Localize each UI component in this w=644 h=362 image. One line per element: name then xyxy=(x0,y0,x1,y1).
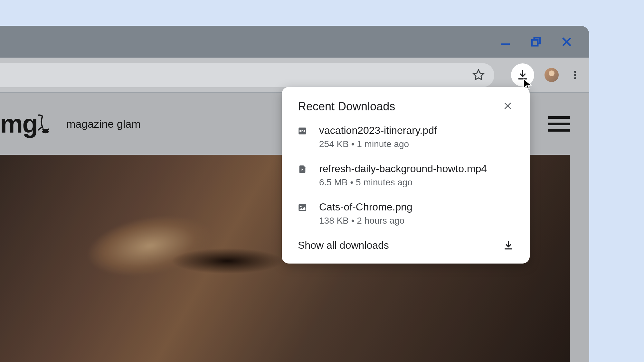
svg-text:PDF: PDF xyxy=(299,130,306,133)
svg-point-7 xyxy=(574,77,576,79)
maximize-icon xyxy=(531,37,541,47)
download-icon xyxy=(503,240,514,251)
svg-point-8 xyxy=(42,130,49,134)
show-all-label: Show all downloads xyxy=(298,239,389,251)
file-info: vacation2023-itinerary.pdf 254 KB • 1 mi… xyxy=(319,125,514,149)
svg-rect-2 xyxy=(532,40,538,46)
downloads-button[interactable] xyxy=(511,63,534,87)
close-panel-button[interactable] xyxy=(502,100,514,113)
menu-button[interactable] xyxy=(569,69,581,81)
maximize-button[interactable] xyxy=(530,35,543,48)
svg-rect-13 xyxy=(298,204,306,211)
site-name[interactable]: magazine glam xyxy=(66,118,141,130)
file-info: Cats-of-Chrome.png 138 KB • 2 hours ago xyxy=(319,201,514,226)
hamburger-line xyxy=(548,116,570,119)
download-icon xyxy=(517,69,528,81)
svg-point-6 xyxy=(574,74,576,76)
window-title-bar xyxy=(0,26,589,58)
profile-avatar[interactable] xyxy=(545,68,559,82)
video-file-icon xyxy=(298,165,307,174)
bookmark-button[interactable] xyxy=(472,69,485,81)
site-logo[interactable]: mg xyxy=(0,109,53,139)
panel-header: Recent Downloads xyxy=(298,100,514,113)
kebab-menu-icon xyxy=(570,70,580,80)
download-item[interactable]: Cats-of-Chrome.png 138 KB • 2 hours ago xyxy=(298,201,514,226)
site-logo-area: mg magazine glam xyxy=(0,109,141,139)
hamburger-line xyxy=(548,129,570,132)
file-name: Cats-of-Chrome.png xyxy=(319,201,514,213)
download-item[interactable]: refresh-daily-background-howto.mp4 6.5 M… xyxy=(298,163,514,188)
file-meta: 254 KB • 1 minute ago xyxy=(319,139,514,149)
file-info: refresh-daily-background-howto.mp4 6.5 M… xyxy=(319,163,514,188)
address-bar[interactable] xyxy=(0,63,494,87)
file-name: refresh-daily-background-howto.mp4 xyxy=(319,163,514,175)
image-file-icon xyxy=(298,203,307,212)
close-icon xyxy=(562,37,572,47)
file-meta: 138 KB • 2 hours ago xyxy=(319,216,514,226)
logo-face-icon xyxy=(36,111,53,137)
hamburger-line xyxy=(548,123,570,125)
svg-rect-0 xyxy=(501,43,510,45)
pdf-file-icon: PDF xyxy=(298,126,307,135)
site-menu-button[interactable] xyxy=(548,116,570,132)
svg-point-5 xyxy=(574,71,576,73)
star-icon xyxy=(472,69,485,81)
download-item[interactable]: PDF vacation2023-itinerary.pdf 254 KB • … xyxy=(298,125,514,149)
file-name: vacation2023-itinerary.pdf xyxy=(319,125,514,136)
panel-title: Recent Downloads xyxy=(298,100,395,113)
recent-downloads-panel: Recent Downloads PDF vacation2023-itiner… xyxy=(282,87,530,264)
svg-point-14 xyxy=(300,206,302,207)
minimize-button[interactable] xyxy=(499,35,512,48)
show-all-downloads-button[interactable]: Show all downloads xyxy=(298,239,514,251)
close-button[interactable] xyxy=(560,35,573,48)
minimize-icon xyxy=(501,37,510,47)
logo-text: mg xyxy=(0,109,37,139)
file-meta: 6.5 MB • 5 minutes ago xyxy=(319,177,514,188)
close-icon xyxy=(503,101,512,110)
